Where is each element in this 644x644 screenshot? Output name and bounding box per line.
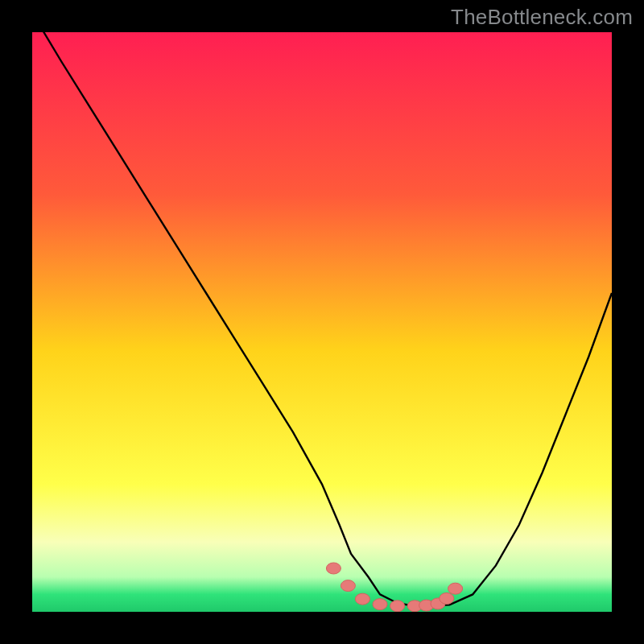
watermark-text: TheBottleneck.com <box>451 5 633 30</box>
marker-point <box>373 599 387 610</box>
gradient-background <box>32 32 612 612</box>
chart-svg <box>32 32 612 612</box>
marker-point <box>355 593 369 605</box>
plot-area <box>32 32 612 612</box>
marker-point <box>448 583 463 594</box>
chart-frame: TheBottleneck.com <box>0 0 644 644</box>
marker-point <box>440 592 454 604</box>
marker-point <box>341 580 355 592</box>
marker-point <box>326 563 341 574</box>
marker-point <box>390 601 405 612</box>
